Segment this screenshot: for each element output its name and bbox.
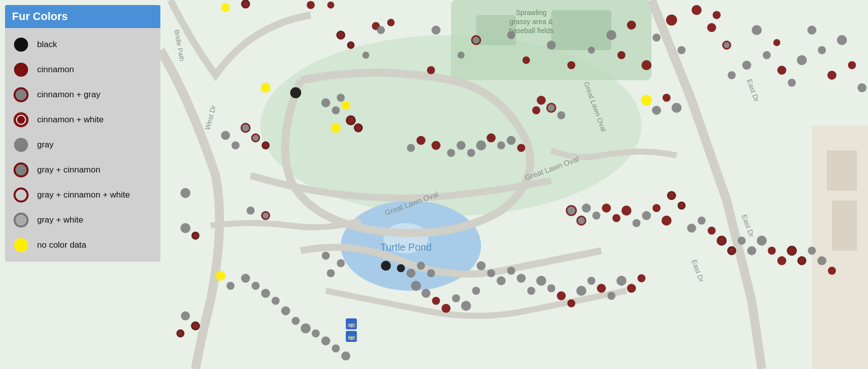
map-dot [397,264,405,272]
legend-icon-black [12,36,30,54]
map-dot [587,277,595,285]
map-dot [262,141,270,149]
map-dot [713,11,721,19]
map-dot [251,133,260,142]
map-dot [421,289,430,298]
map-dot [537,96,546,105]
legend-icon-cinnamon-white [12,111,30,129]
map-dot [621,206,631,216]
map-dot [322,252,330,260]
map-dot [687,224,696,233]
map-dot [808,247,816,255]
map-dot [663,94,671,102]
svg-point-27 [14,63,28,77]
svg-point-30 [17,115,26,124]
map-dot [797,256,806,265]
map-dot [666,15,677,26]
legend-label-cinnamon: cinnamon [37,65,74,75]
map-dot [181,311,190,320]
svg-text:grassy area &: grassy area & [510,18,553,26]
map-dot [497,141,505,149]
map-dot [427,66,435,74]
map-dot [592,212,600,220]
svg-text:🚌: 🚌 [347,320,356,328]
map-dot [827,71,836,80]
map-dot [180,223,190,233]
map-dot [678,202,686,210]
map-dot [627,21,636,30]
map-dot [332,344,340,352]
legend-item-cinnamon: cinnamon [5,57,160,82]
map-dot [616,276,626,286]
map-dot [381,261,391,271]
map-dot [301,323,311,333]
map-dot [241,123,251,133]
map-dot [597,284,606,293]
map-dot [417,262,425,270]
map-dot [327,269,335,277]
map-dot [442,304,451,313]
map-dot [662,216,672,226]
map-dot [738,237,746,245]
map-dot [471,35,481,45]
legend-label-gray-white: gray + white [37,215,83,225]
map-dot [331,123,341,133]
map-dot [507,267,515,275]
map-dot [321,336,330,345]
map-dot [191,321,200,330]
map-dot [497,276,506,285]
svg-rect-25 [832,201,857,251]
map-dot [191,232,199,240]
map-dot [215,271,226,281]
legend-icon-cinnamon [12,61,30,79]
map-dot [632,219,640,227]
legend-icon-cinnamon-gray [12,86,30,104]
map-dot [617,51,625,59]
legend-icon-gray-cinnamon [12,161,30,179]
map-dot [327,2,334,9]
legend-label-cinnamon-gray: cinnamon + gray [37,90,100,100]
map-dot [757,236,767,246]
map-dot [447,149,455,157]
map-dot [337,259,345,267]
map-dot [653,34,661,42]
map-dot [642,211,651,220]
map-dot [717,236,727,246]
map-dot [582,204,591,213]
map-dot [416,136,425,145]
map-dot [708,227,716,235]
map-dot [576,216,586,226]
map-dot [472,287,480,295]
map-dot [476,140,486,150]
map-dot [606,30,616,40]
map-dot [347,42,355,49]
legend-item-black: black [5,32,160,57]
svg-rect-3 [551,10,611,50]
map-dot [307,1,315,9]
map-dot [667,191,676,200]
map-dot [837,35,847,45]
map-dot [797,55,807,65]
map-dot [407,144,415,152]
map-dot [227,282,235,290]
map-dot [341,101,350,110]
map-dot [641,95,652,106]
svg-point-28 [15,88,28,101]
svg-point-26 [14,38,28,52]
map-dot [777,256,786,265]
map-dot [507,136,516,145]
map-dot [523,57,530,64]
map-dot [221,3,230,12]
legend-items: blackcinnamoncinnamon + graycinnamon + w… [5,28,160,262]
map-dot [241,274,250,283]
map-dot [722,41,731,50]
map-dot [517,144,525,152]
map-dot [377,26,385,34]
map-dot [787,246,797,256]
map-dot [857,83,866,92]
map-dot [477,261,486,270]
map-dot [678,46,686,54]
map-dot [341,351,350,360]
map-dot [337,94,345,102]
map-dot [672,103,682,113]
